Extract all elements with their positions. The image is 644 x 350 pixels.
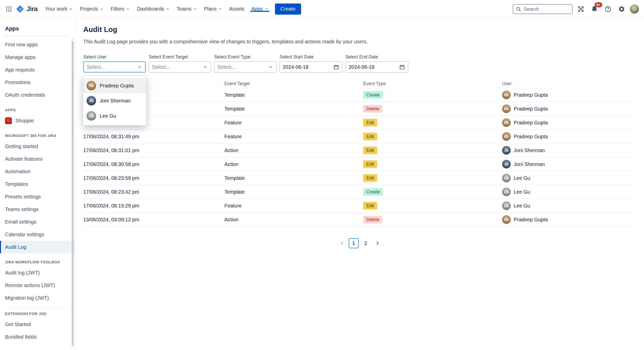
expand-button[interactable] [576,4,586,14]
table-row: 17/06/2024, 08:23:42 pm Template Create … [83,185,636,199]
user-name: Joni Sherman [514,161,545,167]
event-target-cell: Template [224,189,363,195]
sidebar-item-label: Remote actions (JWT) [5,283,55,288]
create-button[interactable]: Create [275,4,301,15]
sidebar-item-email-settings[interactable]: Email settings [0,216,75,228]
search-input[interactable] [523,6,570,12]
calendar-icon [333,64,339,70]
user-avatar: PG [502,91,511,99]
event-type-badge: Edit [363,160,377,168]
dropdown-option-pradeep-gupta[interactable]: PG Pradeep Gupta [83,78,146,93]
sidebar-item-label: Activate features [5,156,43,162]
sidebar-item-label: Presets settings [5,194,41,200]
dropdown-option-joni-sherman[interactable]: JS Joni Sherman [83,93,146,108]
profile-avatar[interactable] [630,5,639,14]
table-row: 17/06/2024, 08:31:49 pm Feature Edit PGP… [83,130,636,144]
nav-item-apps[interactable]: Apps [248,6,272,12]
nav-item-label: Plans [204,6,217,12]
sidebar-item-find-new-apps[interactable]: Find new apps [0,38,75,51]
table-row: 17/06/2024, 08:15:29 pm Feature Edit LGL… [83,199,636,213]
sidebar-item-label: OAuth credentials [5,92,45,98]
chevron-down-icon [166,7,170,11]
next-page-button[interactable] [373,239,382,248]
prev-page-button[interactable] [338,239,347,248]
sidebar-item-shoppie[interactable]: Shoppie [0,114,75,127]
user-avatar: JS [502,160,511,168]
filter-label-user: Select User [83,54,146,60]
chevron-down-icon [193,7,197,11]
sidebar-item-teams-settings[interactable]: Teams settings [0,203,75,216]
page-button-1[interactable]: 1 [349,238,359,248]
user-avatar: JS [502,146,511,155]
divider [5,308,69,308]
chevron-right-icon [374,240,380,246]
user-avatar: PG [87,81,96,90]
sidebar-item-promotions[interactable]: Promotions [0,76,75,89]
select-event-type-dropdown[interactable]: Select... [214,61,276,73]
start-date-input[interactable]: 2024-06-18 [279,61,342,73]
sidebar-item-audit-log-jwt[interactable]: Audit log (JWT) [0,266,75,279]
table-row: 13/06/2024, 03:09:12 pm Action Delete PG… [83,213,636,227]
help-button[interactable] [603,4,613,14]
filter-bar: Select User Select... Select Event Targe… [83,54,644,73]
sidebar-item-calendar-settings[interactable]: Calendar settings [0,228,75,241]
select-event-target-dropdown[interactable]: Select... [149,61,211,73]
sidebar-item-audit-log[interactable]: Audit Log [0,241,75,253]
sidebar-item-manage-apps[interactable]: Manage apps [0,51,75,63]
timestamp-cell: 17/06/2024, 08:23:59 pm [83,175,224,181]
event-target-cell: Template [224,92,363,98]
sidebar-item-migration-log-jwt[interactable]: Migration log (JWT) [0,292,75,304]
event-target-cell: Feature [224,120,363,126]
sidebar-item-templates[interactable]: Templates [0,178,75,190]
timestamp-cell: 13/06/2024, 03:09:12 pm [83,217,224,223]
user-avatar: JS [87,96,96,106]
search-box [513,4,573,14]
filter-label-start-date: Select Start Date [279,54,342,60]
nav-item-dashboards[interactable]: Dashboards [133,6,173,12]
sidebar-item-activate-features[interactable]: Activate features [0,153,75,165]
column-header-event-type: Event Type [363,81,502,86]
nav-item-label: Dashboards [137,6,164,12]
sidebar-item-bundled-fields[interactable]: Bundled fields [0,331,75,343]
nav-item-projects[interactable]: Projects [76,6,107,12]
chevron-down-icon [268,64,273,69]
user-avatar: LG [87,111,96,121]
scrollbar-thumb[interactable] [72,41,74,345]
sidebar-item-label: Getting started [5,144,38,149]
filter-select-event-type: Select Event Type Select... [214,54,276,73]
table-row: 17/06/2024, 08:30:58 pm Action Edit JSJo… [83,157,636,171]
end-date-input[interactable]: 2024-06-18 [345,61,408,73]
sidebar-item-automation[interactable]: Automation [0,165,75,178]
nav-item-your-work[interactable]: Your work [42,6,76,12]
sidebar-item-get-started[interactable]: Get Started [0,318,75,331]
nav-item-label: Apps [251,6,263,12]
nav-item-assets[interactable]: Assets [226,6,248,12]
top-navigation: Jira Your work Projects Filters Dashboar… [0,0,644,18]
event-type-badge: Edit [363,133,377,140]
page-button-2[interactable]: 2 [361,238,371,248]
notifications-button[interactable]: 9+ [589,4,600,14]
jira-logo[interactable]: Jira [14,5,42,13]
sidebar-item-getting-started[interactable]: Getting started [0,140,75,153]
nav-item-teams[interactable]: Teams [173,6,200,12]
dropdown-option-lee-gu[interactable]: LG Lee Gu [83,108,146,123]
nav-item-filters[interactable]: Filters [107,6,133,12]
event-type-badge: Create [363,188,383,196]
table-row: Feature Edit PGPradeep Gupta [83,116,636,130]
user-name: Pradeep Gupta [514,120,548,126]
settings-button[interactable] [616,4,627,14]
sidebar-item-presets-settings[interactable]: Presets settings [0,190,75,203]
nav-item-plans[interactable]: Plans [200,6,226,12]
sidebar-item-oauth-credentials[interactable]: OAuth credentials [0,89,75,101]
sidebar-item-app-requests[interactable]: App requests [0,63,75,76]
sidebar-scrollbar[interactable] [71,38,74,347]
sidebar-top-group: Find new apps Manage apps App requests P… [0,38,75,101]
event-type-badge: Edit [363,119,377,126]
app-switcher-button[interactable] [4,4,14,14]
shoppie-app-icon [5,117,12,124]
filter-select-user: Select User Select... [83,54,146,73]
select-user-dropdown[interactable]: Select... [83,61,146,73]
sidebar-item-label: Bundled fields [5,334,37,340]
sidebar-item-remote-actions-jwt[interactable]: Remote actions (JWT) [0,279,75,292]
user-name: Pradeep Gupta [514,134,548,139]
